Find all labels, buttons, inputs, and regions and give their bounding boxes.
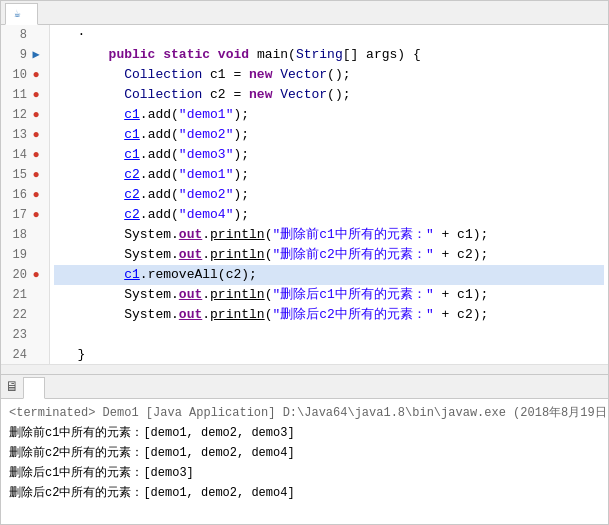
console-output-line: 删除前c2中所有的元素：[demo1, demo2, demo4] bbox=[9, 443, 600, 463]
line-number-row: 22 bbox=[7, 305, 43, 325]
line-number-row: 14● bbox=[7, 145, 43, 165]
line-numbers: 89▶10●11●12●13●14●15●16●17●181920●212223… bbox=[1, 25, 50, 364]
code-line: Collection c1 = new Vector(); bbox=[54, 65, 604, 85]
breakpoint-icon: ● bbox=[29, 68, 43, 82]
line-num: 21 bbox=[7, 285, 27, 305]
editor-tab[interactable]: ☕ bbox=[5, 3, 38, 25]
line-number-row: 9▶ bbox=[7, 45, 43, 65]
editor-scrollbar-x[interactable] bbox=[1, 364, 608, 374]
line-num: 14 bbox=[7, 145, 27, 165]
empty-icon bbox=[29, 28, 43, 42]
console-monitor-icon: 🖥 bbox=[5, 379, 19, 395]
empty-icon bbox=[29, 328, 43, 342]
console-content: <terminated> Demo1 [Java Application] D:… bbox=[1, 399, 608, 524]
line-number-row: 16● bbox=[7, 185, 43, 205]
code-line: System.out.println("删除前c2中所有的元素：" + c2); bbox=[54, 245, 604, 265]
console-tab-bar: 🖥 bbox=[1, 375, 608, 399]
terminated-line: <terminated> Demo1 [Java Application] D:… bbox=[9, 403, 600, 423]
code-line: c2.add("demo4"); bbox=[54, 205, 604, 225]
empty-icon bbox=[29, 248, 43, 262]
breakpoint-icon: ● bbox=[29, 108, 43, 122]
code-line: · bbox=[54, 25, 604, 45]
line-num: 23 bbox=[7, 325, 27, 345]
breakpoint-icon: ● bbox=[29, 268, 43, 282]
line-num: 8 bbox=[7, 25, 27, 45]
console-output-line: 删除后c2中所有的元素：[demo1, demo2, demo4] bbox=[9, 483, 600, 503]
line-num: 10 bbox=[7, 65, 27, 85]
code-line: c2.add("demo2"); bbox=[54, 185, 604, 205]
code-line bbox=[54, 325, 604, 345]
console-output-line: 删除后c1中所有的元素：[demo3] bbox=[9, 463, 600, 483]
console-output: 删除前c1中所有的元素：[demo1, demo2, demo3]删除前c2中所… bbox=[9, 423, 600, 503]
line-number-row: 23 bbox=[7, 325, 43, 345]
code-line: c1.removeAll(c2); bbox=[54, 265, 604, 285]
line-number-row: 18 bbox=[7, 225, 43, 245]
line-number-row: 17● bbox=[7, 205, 43, 225]
line-num: 15 bbox=[7, 165, 27, 185]
line-number-row: 13● bbox=[7, 125, 43, 145]
tab-file-icon: ☕ bbox=[14, 7, 21, 20]
code-line: System.out.println("删除后c1中所有的元素：" + c1); bbox=[54, 285, 604, 305]
breakpoint-icon: ● bbox=[29, 128, 43, 142]
line-number-row: 21 bbox=[7, 285, 43, 305]
breakpoint-icon: ● bbox=[29, 88, 43, 102]
line-number-row: 24 bbox=[7, 345, 43, 364]
line-number-row: 15● bbox=[7, 165, 43, 185]
code-line: c1.add("demo2"); bbox=[54, 125, 604, 145]
line-number-row: 11● bbox=[7, 85, 43, 105]
code-line: Collection c2 = new Vector(); bbox=[54, 85, 604, 105]
code-line: public static void main(String[] args) { bbox=[54, 45, 604, 65]
line-number-row: 20● bbox=[7, 265, 43, 285]
code-lines[interactable]: · public static void main(String[] args)… bbox=[50, 25, 608, 364]
line-num: 13 bbox=[7, 125, 27, 145]
line-number-row: 12● bbox=[7, 105, 43, 125]
line-num: 20 bbox=[7, 265, 27, 285]
line-num: 12 bbox=[7, 105, 27, 125]
console-tab[interactable] bbox=[23, 377, 45, 399]
line-num: 19 bbox=[7, 245, 27, 265]
line-number-row: 8 bbox=[7, 25, 43, 45]
breakpoint-icon: ● bbox=[29, 168, 43, 182]
code-area: 89▶10●11●12●13●14●15●16●17●181920●212223… bbox=[1, 25, 608, 364]
editor-panel: ☕ 89▶10●11●12●13●14●15●16●17●181920●2122… bbox=[0, 0, 609, 375]
empty-icon bbox=[29, 308, 43, 322]
empty-icon bbox=[29, 288, 43, 302]
line-num: 22 bbox=[7, 305, 27, 325]
console-panel: 🖥 <terminated> Demo1 [Java Application] … bbox=[0, 375, 609, 525]
current-line-arrow-icon: ▶ bbox=[29, 48, 43, 62]
breakpoint-icon: ● bbox=[29, 188, 43, 202]
line-num: 11 bbox=[7, 85, 27, 105]
breakpoint-icon: ● bbox=[29, 148, 43, 162]
code-line: c1.add("demo3"); bbox=[54, 145, 604, 165]
line-num: 9 bbox=[7, 45, 27, 65]
editor-tab-bar: ☕ bbox=[1, 1, 608, 25]
line-num: 16 bbox=[7, 185, 27, 205]
code-line: System.out.println("删除前c1中所有的元素：" + c1); bbox=[54, 225, 604, 245]
line-num: 17 bbox=[7, 205, 27, 225]
line-number-row: 19 bbox=[7, 245, 43, 265]
breakpoint-icon: ● bbox=[29, 208, 43, 222]
code-line: c1.add("demo1"); bbox=[54, 105, 604, 125]
code-line: } bbox=[54, 345, 604, 364]
code-line: c2.add("demo1"); bbox=[54, 165, 604, 185]
line-num: 24 bbox=[7, 345, 27, 364]
line-num: 18 bbox=[7, 225, 27, 245]
empty-icon bbox=[29, 228, 43, 242]
code-line: System.out.println("删除后c2中所有的元素：" + c2); bbox=[54, 305, 604, 325]
empty-icon bbox=[29, 348, 43, 362]
console-output-line: 删除前c1中所有的元素：[demo1, demo2, demo3] bbox=[9, 423, 600, 443]
line-number-row: 10● bbox=[7, 65, 43, 85]
